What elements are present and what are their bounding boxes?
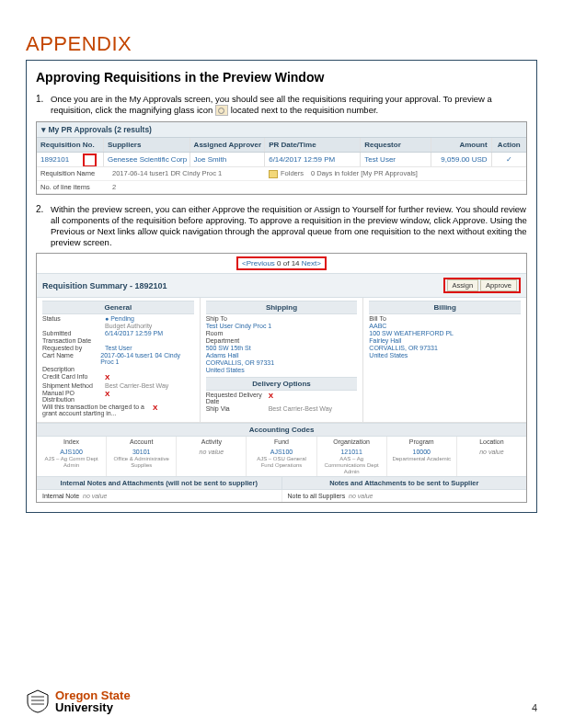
- approve-button[interactable]: Approve: [480, 279, 517, 291]
- folder-icon: [269, 170, 278, 178]
- addr: 100 SW WEATHERFORD PL: [369, 330, 454, 336]
- v-fund: AJS100AJS – OSU General Fund Operations: [247, 447, 316, 476]
- v-prog: 10000Departmental Academic: [387, 447, 457, 476]
- v: 2017-06-14 tuser1 04 Cindy Proc 1: [100, 352, 193, 365]
- col-suppliers: Suppliers: [104, 138, 190, 152]
- supplier-notes-head: Notes and Attachments to be sent to Supp…: [282, 476, 527, 490]
- col-action: Action: [492, 138, 526, 152]
- req-link[interactable]: 1892101: [40, 155, 69, 164]
- h-index: Index: [37, 437, 107, 447]
- cell-amount: 9,059.00 USD: [431, 153, 492, 166]
- appendix-title: APPENDIX: [26, 32, 537, 56]
- folders-text: Folders: [281, 169, 304, 177]
- v: no value: [83, 493, 107, 499]
- addr: CORVALLIS, OR 97331: [369, 345, 437, 351]
- cell-requestor: Test User: [361, 153, 431, 166]
- detail-days: 0 Days in folder [My PR Approvals]: [311, 169, 418, 178]
- detail-folders-label: Folders: [269, 169, 311, 178]
- addr: Adams Hall: [206, 352, 239, 358]
- k: Submitted: [42, 330, 105, 336]
- v: Best Carrier-Best Way: [105, 382, 168, 389]
- k: Will this transaction be charged to a gr…: [42, 404, 153, 416]
- billing-col: Billing Bill To AABC 100 SW WEATHERFORD …: [363, 298, 526, 422]
- delivery-head: Delivery Options: [206, 377, 358, 391]
- cell-supplier: Genesee Scientific Corp: [104, 153, 190, 166]
- cell-datetime: 6/14/2017 12:59 PM: [265, 153, 361, 166]
- pager-count: 0 of 14: [277, 259, 299, 267]
- section-title: Approving Requisitions in the Preview Wi…: [36, 70, 527, 85]
- cell-approver: Joe Smith: [190, 153, 266, 166]
- table-row[interactable]: 1892101 Genesee Scientific Corp Joe Smit…: [37, 153, 526, 167]
- k: Requested by: [42, 345, 105, 351]
- next-link[interactable]: Next>: [302, 259, 321, 267]
- sub: AAS – Ag Communications Dept Admin: [325, 456, 379, 474]
- table-header: Requisition No. Suppliers Assigned Appro…: [37, 137, 526, 153]
- v: Best Carrier-Best Way: [269, 405, 332, 412]
- magnifier-icon: [215, 105, 228, 116]
- approvals-title: ▾ My PR Approvals (2 results): [37, 122, 526, 137]
- red-highlight-buttons: Assign Approve: [443, 278, 521, 293]
- detail-row: No. of line items 2: [37, 181, 526, 194]
- status-val: Pending: [110, 315, 134, 322]
- step-text: Once you are in the My Approvals screen,…: [51, 94, 527, 116]
- k: Room: [206, 330, 269, 336]
- notes-body: Internal Note no value Note to all Suppl…: [37, 490, 526, 502]
- addr: 500 SW 15th St: [206, 345, 251, 351]
- general-col: General Status● Pending Budget Authority…: [37, 298, 201, 422]
- cell-action[interactable]: ✓: [492, 153, 526, 166]
- cell-requisition[interactable]: 1892101: [37, 153, 104, 166]
- col-datetime: PR Date/Time: [265, 138, 361, 152]
- prev-link[interactable]: <Previous: [242, 259, 275, 267]
- internal-notes-head: Internal Notes and Attachments (will not…: [37, 476, 282, 490]
- step1-text-b: located next to the requisition number.: [231, 105, 379, 115]
- detail-value: 2017-06-14 tuser1 DR Cindy Proc 1: [112, 169, 269, 178]
- step-number: 2.: [36, 204, 51, 248]
- osu-crest-icon: [26, 689, 50, 713]
- assign-button[interactable]: Assign: [447, 279, 479, 291]
- h-fund: Fund: [247, 437, 316, 447]
- status-sub: Budget Authority: [105, 323, 152, 329]
- k: Ship To: [206, 315, 269, 322]
- addr: CORVALLIS, OR 97331: [206, 359, 274, 366]
- v: AABC: [369, 323, 386, 329]
- val: AJS100: [270, 449, 293, 455]
- x-icon: X: [153, 404, 157, 416]
- v-acct: 30101Office & Administrative Supplies: [107, 447, 177, 476]
- k: Requested Delivery Date: [206, 392, 269, 404]
- h-acct: Account: [107, 437, 177, 447]
- sub: Departmental Academic: [392, 456, 451, 461]
- v: Test User Cindy Proc 1: [206, 323, 272, 329]
- sub: Office & Administrative Supplies: [114, 456, 169, 468]
- v-org: 121011AAS – Ag Communications Dept Admin: [317, 447, 387, 476]
- k: Internal Note: [42, 493, 79, 499]
- addr: Fairley Hall: [369, 337, 401, 344]
- step-2: 2. Within the preview screen, you can ei…: [36, 204, 527, 248]
- step-text: Within the preview screen, you can eithe…: [51, 204, 527, 248]
- step-1: 1. Once you are in the My Approvals scre…: [36, 94, 527, 116]
- val: 121011: [340, 449, 362, 455]
- k: Credit Card Info: [42, 373, 105, 381]
- k: Shipment Method: [42, 382, 105, 389]
- content-box: Approving Requisitions in the Preview Wi…: [26, 60, 537, 513]
- col-approver: Assigned Approver: [190, 138, 266, 152]
- sub: AJS – OSU General Fund Operations: [257, 456, 306, 468]
- k: Ship Via: [206, 405, 269, 412]
- shipping-col: Shipping Ship To Test User Cindy Proc 1 …: [201, 298, 364, 422]
- k: Manual PO Distribution: [42, 390, 105, 403]
- billing-head: Billing: [369, 301, 521, 314]
- sub: AJS – Ag Comm Dept Admin: [44, 456, 98, 468]
- val: AJS100: [60, 449, 83, 455]
- detail-row: Requisition Name 2017-06-14 tuser1 DR Ci…: [37, 167, 526, 181]
- val: 30101: [132, 449, 150, 455]
- v: 6/14/2017 12:59 PM: [105, 330, 163, 336]
- detail-label: No. of line items: [40, 183, 112, 191]
- v: no value: [349, 493, 373, 499]
- osu-line2: University: [55, 701, 131, 713]
- supplier-note: Note to all Suppliers no value: [282, 490, 527, 502]
- x-icon: X: [269, 392, 273, 404]
- col-requisition: Requisition No.: [37, 138, 104, 152]
- col-amount: Amount: [431, 138, 492, 152]
- v: Test User: [105, 345, 132, 351]
- k: [42, 323, 105, 329]
- k: Department: [206, 337, 269, 344]
